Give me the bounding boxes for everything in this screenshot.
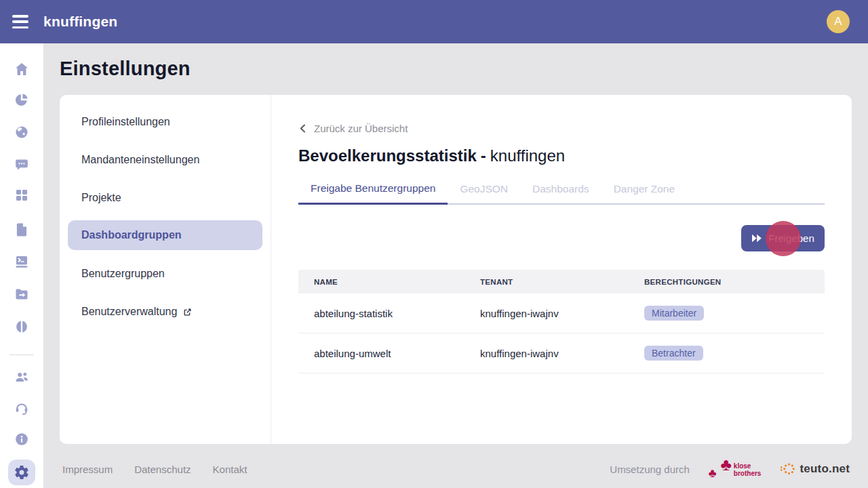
table-row[interactable]: abteilung-statistik knuffingen-iwajnv Mi… — [298, 293, 825, 333]
footer-link-kontakt[interactable]: Kontakt — [213, 464, 248, 475]
page-title: Einstellungen — [60, 58, 191, 80]
sidebar-nav-dashboards[interactable] — [8, 182, 35, 209]
folder-export-icon — [14, 286, 30, 302]
sidebar-nav-users[interactable] — [8, 363, 35, 390]
settings-nav-projekte[interactable]: Projekte — [68, 183, 262, 213]
footer-attribution: Umsetzung durch ♣♣ klose brothers teuto.… — [610, 459, 850, 479]
teuto-net-logo[interactable]: teuto.net — [780, 462, 850, 476]
page-footer: Impressum Datenschutz Kontakt Umsetzung … — [43, 450, 868, 488]
settings-nav-profileinstellungen[interactable]: Profileinstellungen — [68, 107, 262, 137]
tenant-name: knuffingen — [490, 146, 565, 165]
sidebar-nav-chat[interactable] — [8, 151, 35, 178]
footer-link-datenschutz[interactable]: Datenschutz — [134, 464, 191, 475]
sidebar-nav-home[interactable] — [8, 56, 35, 83]
split-circle-icon — [14, 319, 30, 335]
home-icon — [14, 61, 30, 77]
sidebar-nav-support[interactable] — [8, 394, 35, 422]
sidebar-nav-export[interactable] — [8, 281, 35, 308]
settings-nav-mandanteneinstellungen[interactable]: Mandanteneinstellungen — [68, 145, 262, 175]
icon-rail — [0, 43, 43, 488]
hamburger-menu-button[interactable] — [9, 11, 34, 33]
cell-name: abteilung-umwelt — [298, 348, 465, 359]
sidebar-nav-map[interactable] — [8, 119, 35, 146]
column-header-tenant: TENANT — [465, 278, 629, 286]
rail-divider — [9, 354, 34, 355]
permission-badge: Betrachter — [644, 346, 703, 361]
globe-icon — [14, 124, 30, 140]
table-row[interactable]: abteilung-umwelt knuffingen-iwajnv Betra… — [298, 333, 825, 373]
column-header-name: NAME — [298, 278, 465, 286]
sidebar-nav-info[interactable] — [8, 426, 35, 453]
tab-freigabe-benutzergruppen[interactable]: Freigabe Benutzergruppen — [298, 182, 448, 205]
permission-badge: Mitarbeiter — [644, 306, 704, 321]
cell-tenant: knuffingen-iwajnv — [465, 308, 629, 319]
info-icon — [14, 431, 30, 447]
avatar-initial: A — [834, 15, 842, 28]
sidebar-nav-reports[interactable] — [8, 313, 35, 340]
document-icon — [14, 222, 30, 238]
column-header-berechtigungen: BERECHTIGUNGEN — [629, 278, 825, 286]
tab-geojson[interactable]: GeoJSON — [448, 182, 520, 203]
klose-clover-icon: ♣♣ — [709, 459, 732, 479]
dashboard-group-name: Bevoelkerungsstatistik — [298, 146, 477, 165]
sidebar-nav-settings[interactable] — [8, 460, 35, 485]
headset-icon — [14, 400, 30, 416]
settings-nav-dashboardgruppen[interactable]: Dashboardgruppen — [68, 220, 262, 250]
attribution-text: Umsetzung durch — [610, 464, 690, 475]
permissions-table: NAME TENANT BERECHTIGUNGEN abteilung-sta… — [298, 270, 825, 373]
cell-name: abteilung-statistik — [298, 308, 465, 319]
footer-link-impressum[interactable]: Impressum — [62, 464, 113, 475]
sidebar-nav-terminal[interactable] — [8, 248, 35, 275]
teuto-sun-icon — [780, 462, 796, 476]
user-avatar[interactable]: A — [827, 10, 850, 33]
external-link-icon — [182, 307, 193, 317]
detail-tabs: Freigabe Benutzergruppen GeoJSON Dashboa… — [298, 182, 825, 205]
chat-icon — [14, 157, 30, 173]
table-header-row: NAME TENANT BERECHTIGUNGEN — [298, 270, 825, 293]
back-to-overview-link[interactable]: Zurück zur Übersicht — [298, 123, 408, 134]
klose-brothers-logo[interactable]: ♣♣ klose brothers — [709, 459, 762, 479]
users-icon — [14, 369, 30, 385]
detail-title: Bevoelkerungsstatistik-knuffingen — [298, 146, 565, 165]
share-button[interactable]: Freigeben — [741, 225, 825, 251]
terminal-icon — [14, 253, 30, 270]
pie-chart-icon — [14, 92, 30, 108]
share-icon — [751, 234, 762, 243]
tab-danger-zone[interactable]: Danger Zone — [601, 182, 687, 203]
settings-nav-benutzerverwaltung[interactable]: Benutzerverwaltung — [68, 297, 262, 327]
settings-card: Profileinstellungen Mandanteneinstellung… — [60, 95, 852, 444]
panel-divider — [271, 95, 271, 444]
hamburger-icon — [12, 15, 28, 18]
topbar: knuffingen A — [0, 0, 868, 43]
sidebar-nav-analytics[interactable] — [8, 86, 35, 113]
chevron-left-icon — [298, 123, 307, 134]
settings-nav-benutzergruppen[interactable]: Benutzergruppen — [68, 259, 262, 289]
footer-links: Impressum Datenschutz Kontakt — [62, 464, 247, 475]
gear-icon — [14, 464, 30, 481]
grid-icon — [14, 187, 30, 203]
brand-title: knuffingen — [43, 0, 117, 43]
cell-tenant: knuffingen-iwajnv — [465, 348, 629, 359]
tab-dashboards[interactable]: Dashboards — [520, 182, 601, 203]
sidebar-nav-documents[interactable] — [8, 216, 35, 243]
